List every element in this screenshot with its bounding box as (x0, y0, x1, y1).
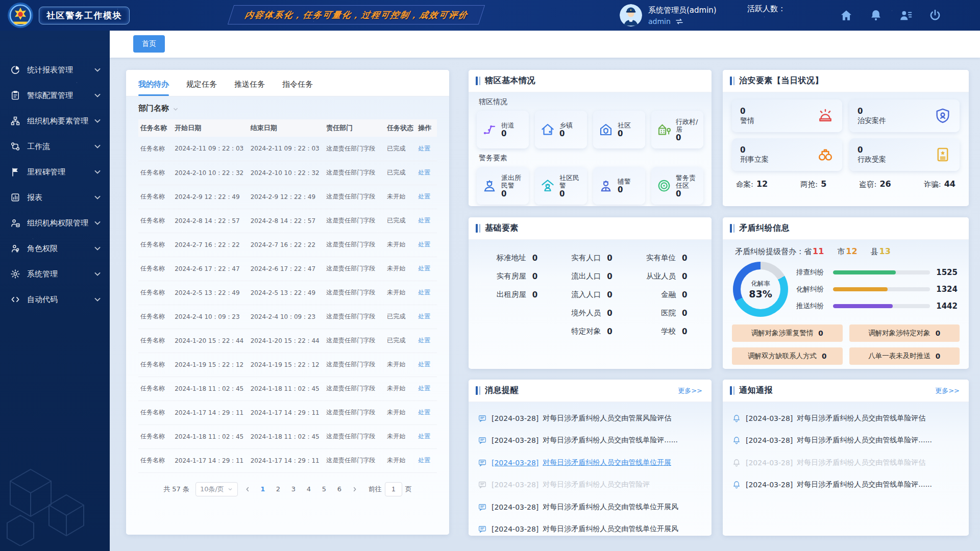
list-item[interactable]: [2024-03-28]对每日涉矛盾纠纷人员交由管线单位开展风 (478, 518, 702, 536)
sidebar-item-4[interactable]: 工作流 (0, 134, 110, 159)
start-date-cell: 2024-2-9 12 : 22 : 49 (173, 185, 249, 209)
sidebar-item-8[interactable]: 角色权限 (0, 236, 110, 261)
bell-outline-icon (732, 480, 741, 489)
list-item[interactable]: [2024-03-28]对每日涉矛盾纠纷人员交由管险评 (478, 474, 702, 496)
handle-link[interactable]: 处置 (418, 385, 430, 392)
start-date-cell: 2024-2-7 16 : 22 : 22 (173, 233, 249, 257)
task-name-cell: 任务名称 (138, 209, 173, 233)
sidebar-item-9[interactable]: 系统管理 (0, 261, 110, 287)
crime-stat-value: 44 (944, 179, 955, 189)
username[interactable]: admin (648, 17, 671, 26)
handle-link[interactable]: 处置 (418, 169, 430, 176)
handle-link[interactable]: 处置 (418, 289, 430, 296)
sidebar-item-7[interactable]: 组织机构权限管理 (0, 210, 110, 236)
dispute-button-2[interactable]: 调解对象涉特定对象0 (849, 324, 960, 342)
more-link[interactable]: 更多>> (935, 386, 960, 395)
sidebar-item-2[interactable]: 警综配置管理 (0, 83, 110, 108)
stat-tile-village-building[interactable]: 行政村/居0 (651, 111, 703, 148)
basic-item-label: 实有单位 (646, 253, 676, 263)
sidebar-item-1[interactable]: 统计报表管理 (0, 57, 110, 83)
chev-right-icon (351, 486, 358, 493)
page-size-select[interactable]: 10条/页 (195, 482, 238, 496)
more-link[interactable]: 更多>> (678, 386, 702, 395)
security-tile-handcuffs[interactable]: 0刑事立案 (732, 138, 842, 171)
list-item[interactable]: [2024-03-28]对每日涉矛盾纠纷人员交由管线单险评...... (732, 430, 960, 452)
list-item[interactable]: [2024-03-28]对每日涉矛盾纠纷人员交由管线单险评...... (478, 430, 702, 452)
list-item[interactable]: [2024-03-28]对每日涉矛盾纠纷人员交由管线单险评估 (732, 452, 960, 474)
handle-link[interactable]: 处置 (418, 217, 430, 224)
dispute-button-4[interactable]: 八单一表未及时推送0 (849, 347, 960, 365)
page-number-4[interactable]: 4 (303, 482, 314, 496)
page-number-6[interactable]: 6 (334, 482, 345, 496)
goto-page-input[interactable] (385, 482, 402, 496)
bell-icon[interactable] (869, 9, 883, 22)
item-date: [2024-03-28] (492, 525, 538, 533)
gear-icon (10, 269, 20, 279)
prev-page-button[interactable] (242, 482, 253, 496)
handle-link[interactable]: 处置 (418, 409, 430, 416)
sidebar-item-5[interactable]: 里程碑管理 (0, 159, 110, 185)
stat-tile-community-house[interactable]: 社区0 (593, 111, 645, 148)
list-item[interactable]: [2024-03-28]对每日涉矛盾纠纷人员交由管线单险评...... (732, 474, 960, 496)
home-icon[interactable] (840, 9, 853, 22)
dispute-button-3[interactable]: 调解双方缺联系人方式0 (732, 347, 843, 365)
handle-link[interactable]: 处置 (418, 265, 430, 272)
stat-tile-duty-zone-target[interactable]: 警务责任区0 (651, 167, 703, 205)
end-date-cell: 2024-1-20 15 : 22 : 44 (249, 329, 325, 353)
department-filter[interactable]: 部门名称 (126, 96, 449, 117)
todo-tab-4[interactable]: 指令任务 (282, 80, 313, 96)
sidebar-item-3[interactable]: 组织机构要素管理 (0, 108, 110, 134)
dispute-button-1[interactable]: 调解对象涉重复警情0 (732, 324, 843, 342)
list-item[interactable]: [2024-03-28]对每日涉矛盾纠纷人员交由管线单位开展风 (478, 496, 702, 518)
user-avatar[interactable] (620, 4, 642, 27)
todo-tab-2[interactable]: 规定任务 (186, 80, 217, 96)
dept-cell: 这是责任部门字段 (324, 305, 385, 329)
page-number-2[interactable]: 2 (273, 482, 284, 496)
list-item[interactable]: [2024-03-28]对每日涉矛盾纠纷人员交由管线单险评估 (732, 407, 960, 430)
town-house-icon (540, 122, 555, 137)
todo-tab-1[interactable]: 我的待办 (138, 80, 169, 96)
handle-link[interactable]: 处置 (418, 457, 430, 464)
handle-link[interactable]: 处置 (418, 145, 430, 152)
stat-tile-town-house[interactable]: 乡镇0 (535, 111, 587, 148)
handle-link[interactable]: 处置 (418, 361, 430, 368)
sidebar-item-10[interactable]: 自动代码 (0, 287, 110, 312)
next-page-button[interactable] (349, 482, 360, 496)
todo-tab-3[interactable]: 推送任务 (234, 80, 265, 96)
security-tile-shield-star[interactable]: 0治安案件 (849, 99, 960, 132)
handle-link[interactable]: 处置 (418, 193, 430, 200)
page-number-1[interactable]: 1 (257, 482, 268, 496)
contacts-icon[interactable] (899, 9, 912, 22)
cubes-decoration (0, 449, 102, 546)
sidebar-item-6[interactable]: 报表 (0, 185, 110, 210)
dept-cell: 这是责任部门字段 (324, 185, 385, 209)
header-marker (476, 77, 478, 85)
stat-tile-police-officer[interactable]: 派出所民警0 (477, 167, 529, 205)
page-number-5[interactable]: 5 (318, 482, 330, 496)
tab-home[interactable]: 首页 (133, 35, 165, 53)
tile-label: 社区 (618, 121, 631, 129)
handle-link[interactable]: 处置 (418, 433, 430, 440)
stat-tile-road-network[interactable]: 街道0 (477, 111, 529, 148)
security-tile-document-badge[interactable]: 0行政受案 (849, 138, 960, 171)
handle-link[interactable]: 处置 (418, 313, 430, 320)
security-tile-siren[interactable]: 0警情 (732, 99, 842, 132)
item-date: [2024-03-28] (746, 414, 793, 422)
supervise-item: 省11 (804, 246, 824, 257)
tile-value: 0 (740, 107, 754, 116)
chev-down-icon (227, 486, 233, 492)
handle-link[interactable]: 处置 (418, 337, 430, 344)
stat-tile-community-police[interactable]: 社区民警0 (535, 167, 587, 205)
handle-link[interactable]: 处置 (418, 241, 430, 248)
switch-user-icon[interactable] (675, 17, 684, 26)
basic-item: 实有单位0 (635, 253, 697, 263)
list-item[interactable]: [2024-03-28]对每日涉矛盾纠纷人员交由管展风险评估 (478, 407, 702, 430)
message-bubble-icon (478, 480, 487, 489)
list-item[interactable]: [2024-03-28]对每日涉矛盾纠纷人员交由管线单位开展 (478, 452, 702, 474)
basic-item-label: 学校 (661, 327, 676, 336)
message-bubble-icon (478, 414, 487, 423)
task-name-cell: 任务名称 (138, 424, 173, 448)
power-icon[interactable] (928, 9, 942, 22)
page-number-3[interactable]: 3 (288, 482, 299, 496)
stat-tile-auxiliary-police[interactable]: 辅警0 (593, 167, 645, 205)
